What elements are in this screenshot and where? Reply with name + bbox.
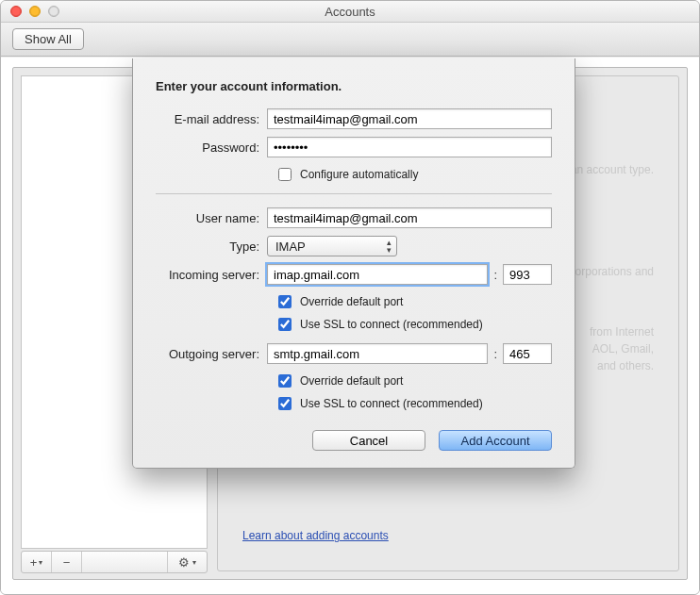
email-field[interactable] [267,108,552,129]
divider [156,193,552,194]
cancel-button[interactable]: Cancel [312,430,425,451]
add-account-plus-button[interactable]: +▾ [22,552,52,572]
add-account-sheet: Enter your account information. E-mail a… [132,58,575,469]
outgoing-server-field[interactable] [267,343,488,364]
incoming-override-port-label: Override default port [300,295,403,308]
outgoing-use-ssl-label: Use SSL to connect (recommended) [300,397,483,410]
gear-icon: ⚙ [178,555,190,570]
outgoing-server-label: Outgoing server: [156,347,267,361]
chevron-updown-icon: ▴▾ [387,239,392,254]
outgoing-use-ssl-checkbox[interactable] [278,397,292,410]
window-title: Accounts [325,5,375,19]
remove-account-minus-button[interactable]: − [52,552,82,572]
traffic-lights [10,6,59,17]
incoming-use-ssl-checkbox[interactable] [278,318,292,331]
incoming-server-field[interactable] [267,264,488,285]
sidebar-footer: +▾ − ⚙▾ [21,551,208,573]
accounts-window: Accounts Show All +▾ − ⚙▾ d, select an a… [0,0,700,595]
incoming-override-port-checkbox[interactable] [278,295,292,308]
titlebar: Accounts [1,1,699,23]
incoming-server-label: Incoming server: [156,268,267,282]
username-label: User name: [156,211,267,225]
email-label: E-mail address: [156,112,267,126]
configure-automatically-label: Configure automatically [300,168,418,181]
actions-gear-button[interactable]: ⚙▾ [167,552,207,572]
port-separator: : [493,268,497,282]
incoming-port-field[interactable] [503,264,552,285]
type-select[interactable]: IMAP ▴▾ [267,236,397,256]
add-account-button[interactable]: Add Account [439,430,552,451]
password-field[interactable] [267,137,552,157]
type-select-value: IMAP [275,240,306,254]
learn-about-adding-accounts-link[interactable]: Learn about adding accounts [242,529,389,542]
sheet-heading: Enter your account information. [156,79,552,93]
close-window-button[interactable] [10,6,22,17]
show-all-button[interactable]: Show All [12,28,84,50]
toolbar: Show All [1,23,699,57]
password-label: Password: [156,140,267,155]
port-separator: : [493,347,497,361]
configure-automatically-checkbox[interactable] [278,168,292,181]
zoom-window-button[interactable] [48,6,59,17]
outgoing-port-field[interactable] [503,343,552,364]
username-field[interactable] [267,207,552,228]
incoming-use-ssl-label: Use SSL to connect (recommended) [300,318,483,331]
type-label: Type: [156,240,267,254]
minimize-window-button[interactable] [29,6,41,17]
outgoing-override-port-label: Override default port [300,374,403,388]
outgoing-override-port-checkbox[interactable] [278,374,292,388]
